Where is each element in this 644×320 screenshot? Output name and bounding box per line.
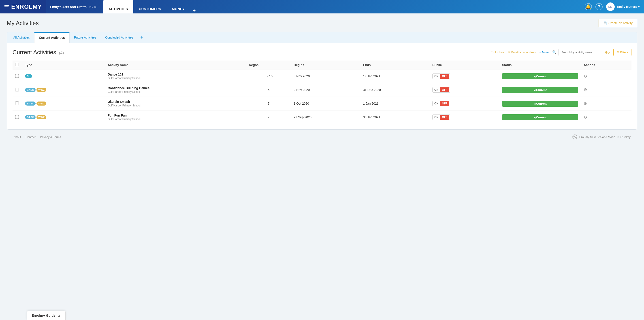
help-icon[interactable]: ? — [596, 3, 602, 10]
row-type: CL — [22, 69, 105, 83]
col-status: Status — [500, 61, 581, 69]
search-icon: 🔍 — [552, 50, 557, 54]
footer-contact[interactable]: Contact — [26, 135, 36, 139]
row-activity-name: Ukulele Smash Gulf Harbor Primary School — [105, 97, 246, 110]
section-header: Current Activities (4) 🗃 Archive ✉ Email… — [12, 49, 632, 56]
nav-tabs: ACTIVITIES CUSTOMERS MONEY + — [101, 0, 198, 14]
search-area: 🔍 Go — [552, 49, 610, 56]
toggle-on-label: ON — [432, 87, 440, 92]
row-checkbox-0[interactable] — [15, 74, 19, 78]
filter-icon: ⚙ — [617, 51, 620, 54]
public-toggle[interactable]: ON OFF — [432, 114, 450, 120]
row-type: BASCWINZ — [22, 97, 105, 110]
nav-tab-money[interactable]: MONEY — [166, 0, 190, 14]
row-checkbox-3[interactable] — [15, 115, 19, 119]
col-begins: Begins — [291, 61, 360, 69]
enrolmy-guide-widget[interactable]: Enrolmy Guide ▲ — [27, 310, 66, 320]
activity-name-text[interactable]: Ukulele Smash — [108, 100, 244, 103]
row-checkbox-cell — [12, 69, 22, 83]
col-actions: Actions — [581, 61, 632, 69]
logo: ENROLMY — [11, 3, 42, 10]
nav-tab-add[interactable]: + — [190, 8, 198, 14]
section-count: (4) — [59, 51, 64, 55]
footer-about[interactable]: About — [14, 135, 21, 139]
badge-winz: WINZ — [36, 88, 46, 92]
toggle-on-label: ON — [432, 74, 440, 79]
col-type: Type — [22, 61, 105, 69]
page-title: My Activities — [7, 20, 39, 27]
row-regos: 6 — [246, 83, 291, 97]
row-public: ON OFF — [430, 83, 500, 97]
row-regos: 8 / 10 — [246, 69, 291, 83]
row-status: Current — [500, 83, 581, 97]
table-row: CL Dance 101 Gulf Harbor Primary School … — [12, 69, 632, 83]
row-regos: 7 — [246, 97, 291, 110]
main-content: My Activities 📄 Create an activity All A… — [0, 14, 644, 149]
badge-basc: BASC — [25, 88, 36, 92]
gear-icon[interactable]: ⚙ — [584, 88, 587, 92]
tab-all-activities[interactable]: All Activities — [9, 33, 34, 43]
public-toggle[interactable]: ON OFF — [432, 87, 450, 93]
col-public: Public — [430, 61, 500, 69]
gear-icon[interactable]: ⚙ — [584, 115, 587, 119]
toggle-on-label: ON — [432, 101, 440, 106]
badge-winz: WINZ — [36, 115, 46, 119]
org-name: Emily's Arts and Crafts — [50, 5, 86, 9]
activity-name-text[interactable]: Fun Fun Fun — [108, 114, 244, 117]
badge-winz: WINZ — [36, 101, 46, 106]
toggle-off-label: OFF — [440, 74, 449, 79]
tab-add-icon[interactable]: + — [138, 35, 146, 40]
tab-concluded-activities[interactable]: Concluded Activities — [101, 33, 138, 43]
row-status: Current — [500, 110, 581, 124]
row-ends: 30 Jan 2021 — [360, 110, 430, 124]
org-selector[interactable]: Emily's Arts and Crafts 14 / 80 — [46, 0, 101, 14]
plus-icon: + — [540, 51, 541, 54]
tab-current-activities[interactable]: Current Activities — [34, 32, 70, 43]
tab-future-activities[interactable]: Future Activities — [70, 33, 101, 43]
nav-tab-activities[interactable]: ACTIVITIES — [103, 0, 134, 14]
hamburger-icon[interactable] — [4, 5, 10, 8]
archive-icon: 🗃 — [491, 51, 494, 54]
select-all-checkbox[interactable] — [15, 63, 19, 66]
row-begins: 2 Nov 2020 — [291, 83, 360, 97]
header-right: 🔔 ? EB Emily Butters ▾ — [580, 0, 644, 14]
public-toggle[interactable]: ON OFF — [432, 74, 450, 79]
gear-icon[interactable]: ⚙ — [584, 74, 587, 78]
toggle-on-label: ON — [432, 115, 440, 120]
toggle-off-label: OFF — [440, 101, 449, 106]
nav-tab-customers[interactable]: CUSTOMERS — [133, 0, 166, 14]
section-title: Current Activities — [12, 49, 56, 56]
table-row: BASCWINZ Ukulele Smash Gulf Harbor Prima… — [12, 97, 632, 110]
email-icon: ✉ — [508, 51, 510, 54]
row-actions: ⚙ — [581, 110, 632, 124]
chevron-up-icon: ▲ — [58, 314, 61, 317]
create-activity-button[interactable]: 📄 Create an activity — [598, 19, 637, 27]
row-activity-name: Fun Fun Fun Gulf Harbor Primary School — [105, 110, 246, 124]
row-checkbox-1[interactable] — [15, 88, 19, 91]
row-checkbox-2[interactable] — [15, 101, 19, 105]
row-begins: 3 Nov 2020 — [291, 69, 360, 83]
logo-area: ENROLMY — [0, 0, 46, 14]
row-actions: ⚙ — [581, 83, 632, 97]
more-link[interactable]: + More — [540, 51, 549, 54]
footer-privacy[interactable]: Privacy & Terms — [40, 135, 61, 139]
go-button[interactable]: Go — [605, 50, 610, 54]
email-attendees-link[interactable]: ✉ Email all attendees — [508, 51, 536, 54]
activity-name-text[interactable]: Dance 101 — [108, 73, 244, 76]
row-checkbox-cell — [12, 83, 22, 97]
notifications-icon[interactable]: 🔔 — [585, 3, 592, 10]
row-checkbox-cell — [12, 97, 22, 110]
row-checkbox-cell — [12, 110, 22, 124]
gear-icon[interactable]: ⚙ — [584, 101, 587, 106]
activity-name-text[interactable]: Confidence Building Games — [108, 86, 244, 90]
filters-button[interactable]: ⚙ Filters — [613, 49, 632, 56]
archive-link[interactable]: 🗃 Archive — [491, 51, 504, 54]
search-input[interactable] — [558, 49, 603, 56]
section-title-area: Current Activities (4) — [12, 49, 64, 56]
user-menu[interactable]: EB Emily Butters ▾ — [606, 3, 640, 11]
status-badge: Current — [502, 87, 578, 93]
activity-section: Current Activities (4) 🗃 Archive ✉ Email… — [7, 43, 637, 129]
toggle-off-label: OFF — [440, 87, 449, 92]
public-toggle[interactable]: ON OFF — [432, 101, 450, 106]
section-actions: 🗃 Archive ✉ Email all attendees + More 🔍 — [491, 49, 632, 56]
